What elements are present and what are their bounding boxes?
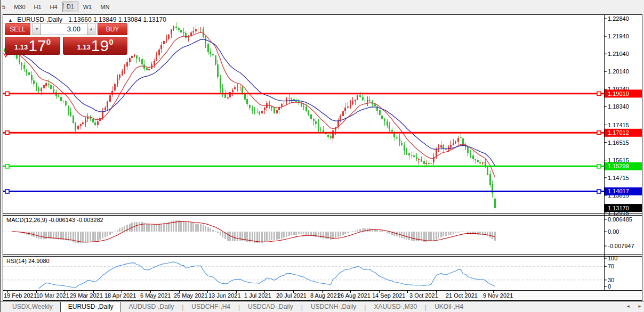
svg-text:-0.007947: -0.007947 bbox=[608, 243, 634, 249]
svg-text:29 Mar 2021: 29 Mar 2021 bbox=[70, 292, 103, 299]
chart-ohlc-header: ▲ EURUSD-,Daily 1.13660 1.13849 1.13084 … bbox=[8, 16, 166, 23]
buy-button[interactable]: BUY bbox=[98, 23, 127, 35]
tab-usdcad-daily[interactable]: USDCAD-,Daily bbox=[240, 302, 301, 312]
collapse-panel-icon[interactable]: ▲ bbox=[8, 18, 13, 23]
tab-usdchf-h4[interactable]: USDCHF-,H4 bbox=[184, 302, 238, 312]
svg-text:25 May 2021: 25 May 2021 bbox=[174, 292, 208, 299]
line-handle bbox=[5, 131, 9, 135]
line-handle bbox=[597, 190, 601, 193]
svg-text:1.17012: 1.17012 bbox=[608, 129, 629, 136]
buy-price-base: 1.13 bbox=[77, 43, 90, 51]
line-handle bbox=[597, 92, 601, 95]
timeframe-button-w1[interactable]: W1 bbox=[79, 2, 96, 12]
svg-text:0.00: 0.00 bbox=[608, 228, 619, 235]
ma-slow-line bbox=[10, 39, 495, 166]
svg-text:1.17415: 1.17415 bbox=[608, 122, 629, 128]
svg-text:6 May 2021: 6 May 2021 bbox=[140, 292, 171, 299]
svg-text:1.21040: 1.21040 bbox=[608, 51, 629, 57]
mt4-application: 5M30H1H4D1W1MN 1.228401.219401.210401.20… bbox=[0, 0, 644, 312]
chart-tab-bar: USDX,WeeklyEURUSD-,DailyAUDUSD-,Daily|US… bbox=[1, 301, 644, 312]
buy-price-pips: 19 bbox=[91, 38, 109, 54]
svg-text:0: 0 bbox=[608, 283, 611, 290]
sell-button[interactable]: SELL bbox=[5, 23, 30, 35]
svg-text:30: 30 bbox=[608, 277, 614, 283]
svg-text:1.15299: 1.15299 bbox=[608, 163, 629, 169]
svg-text:1.21940: 1.21940 bbox=[608, 33, 629, 39]
line-handle bbox=[597, 165, 601, 168]
one-click-trade-panel: SELL ▼ ▲ BUY 1.13170 1.13190 bbox=[5, 23, 127, 55]
sell-price-pipette: 0 bbox=[46, 37, 51, 46]
timeframe-toolbar: 5M30H1H4D1W1MN bbox=[1, 0, 644, 14]
tab-usdx-weekly[interactable]: USDX,Weekly bbox=[5, 302, 60, 312]
price-axis: 1.228401.219401.210401.201401.192401.183… bbox=[604, 15, 642, 216]
timeframe-button-h4[interactable]: H4 bbox=[46, 2, 61, 12]
svg-text:100: 100 bbox=[608, 255, 617, 261]
svg-text:3 Oct 2021: 3 Oct 2021 bbox=[409, 292, 438, 299]
svg-text:26 Aug 2021: 26 Aug 2021 bbox=[337, 292, 371, 299]
line-handle bbox=[597, 131, 601, 135]
svg-text:8 Aug 2021: 8 Aug 2021 bbox=[310, 292, 340, 299]
macd-indicator-label: MACD(12,26,9) -0.006143 -0.003282 bbox=[6, 217, 103, 223]
svg-text:1.14715: 1.14715 bbox=[608, 175, 629, 181]
sell-price-display[interactable]: 1.13170 bbox=[5, 37, 60, 55]
line-handle bbox=[5, 92, 9, 95]
volume-decrease-button[interactable]: ▼ bbox=[33, 23, 41, 35]
toolbar-separator bbox=[118, 1, 119, 13]
tab-audusd-daily[interactable]: AUDUSD-,Daily bbox=[121, 302, 181, 312]
svg-text:21 Oct 2021: 21 Oct 2021 bbox=[446, 292, 478, 299]
chart-ohlc-values: 1.13660 1.13849 1.13084 1.13170 bbox=[68, 16, 166, 23]
svg-text:13 Jun 2021: 13 Jun 2021 bbox=[208, 292, 241, 299]
sell-price-base: 1.13 bbox=[14, 43, 28, 51]
svg-text:1.14017: 1.14017 bbox=[608, 188, 629, 194]
svg-text:1.20140: 1.20140 bbox=[608, 68, 629, 75]
timeframe-button-mn[interactable]: MN bbox=[96, 2, 113, 12]
svg-text:70: 70 bbox=[608, 263, 614, 269]
rsi-indicator-label: RSI(14) 24.9080 bbox=[6, 258, 50, 264]
macd-signal-line bbox=[12, 221, 495, 242]
tab-ukoil-h4[interactable]: UKOil-,H4 bbox=[427, 302, 471, 312]
svg-text:9 Nov 2021: 9 Nov 2021 bbox=[483, 292, 513, 299]
date-axis: 19 Feb 202110 Mar 202129 Mar 202118 Apr … bbox=[4, 291, 513, 299]
tab-usdcnh-daily[interactable]: USDCNH-,Daily bbox=[303, 302, 364, 312]
tab-scroll-right-icon[interactable]: ► bbox=[638, 304, 642, 309]
chart-window: 1.228401.219401.210401.201401.192401.183… bbox=[3, 14, 642, 301]
volume-increase-button[interactable]: ▲ bbox=[87, 23, 95, 35]
sell-price-pips: 17 bbox=[28, 38, 46, 54]
timeframe-button-5[interactable]: 5 bbox=[0, 2, 9, 12]
timeframe-button-m30[interactable]: M30 bbox=[10, 2, 29, 12]
tab-xauusd-m30[interactable]: XAUUSD-,M30 bbox=[366, 302, 424, 312]
timeframe-button-h1[interactable]: H1 bbox=[30, 2, 45, 12]
chart-area[interactable]: 1.228401.219401.210401.201401.192401.183… bbox=[3, 15, 642, 300]
buy-price-display[interactable]: 1.13190 bbox=[63, 37, 127, 55]
svg-text:10 Mar 2021: 10 Mar 2021 bbox=[36, 292, 69, 299]
svg-text:20 Jul 2021: 20 Jul 2021 bbox=[276, 292, 307, 299]
svg-text:1.16515: 1.16515 bbox=[608, 139, 629, 146]
tab-scroll-left-icon[interactable]: ◄ bbox=[626, 304, 630, 309]
svg-text:1.18340: 1.18340 bbox=[608, 103, 629, 110]
volume-input[interactable] bbox=[41, 23, 87, 35]
svg-text:1.22840: 1.22840 bbox=[608, 15, 629, 22]
line-handle bbox=[5, 190, 9, 193]
svg-text:1.13170: 1.13170 bbox=[608, 205, 629, 211]
svg-text:1 Jul 2021: 1 Jul 2021 bbox=[244, 292, 271, 299]
line-handle bbox=[5, 165, 9, 168]
svg-text:1.19010: 1.19010 bbox=[608, 91, 629, 97]
tab-scroll-arrows: ◄► bbox=[618, 304, 642, 309]
buy-price-pipette: 0 bbox=[109, 37, 113, 46]
tab-eurusd-daily[interactable]: EURUSD-,Daily bbox=[60, 302, 122, 312]
chart-symbol-label: EURUSD-,Daily bbox=[17, 16, 62, 23]
timeframe-button-d1[interactable]: D1 bbox=[62, 2, 78, 12]
svg-text:14 Sep 2021: 14 Sep 2021 bbox=[372, 292, 405, 299]
rsi-line bbox=[39, 262, 495, 289]
svg-text:19 Feb 2021: 19 Feb 2021 bbox=[4, 292, 37, 299]
svg-text:0.006485: 0.006485 bbox=[608, 216, 632, 223]
svg-text:18 Apr 2021: 18 Apr 2021 bbox=[104, 292, 136, 299]
